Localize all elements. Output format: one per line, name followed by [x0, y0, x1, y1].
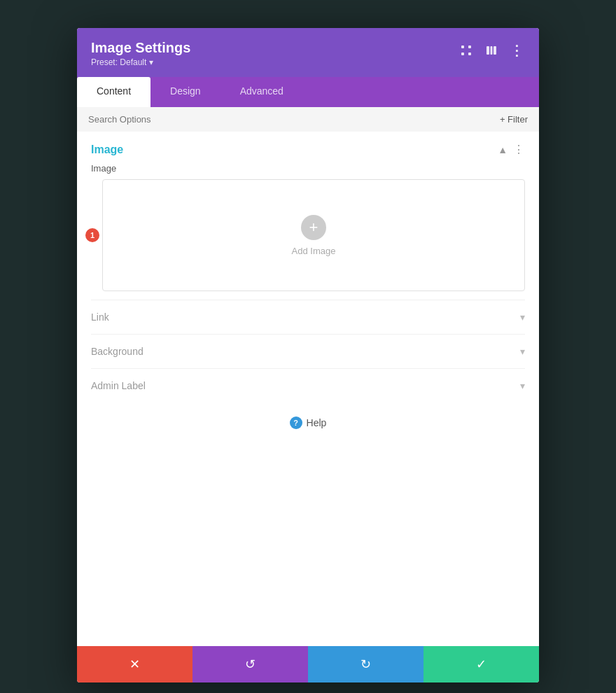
redo-button[interactable]: ↻: [308, 646, 424, 682]
cancel-button[interactable]: ✕: [77, 646, 192, 682]
filter-button[interactable]: + Filter: [500, 114, 528, 125]
modal-header: Image Settings Preset: Default ▾: [77, 28, 539, 77]
section-header-actions: ▲ ⋮: [498, 143, 525, 156]
modal-overlay: Image Settings Preset: Default ▾: [77, 28, 539, 682]
link-section[interactable]: Link ▾: [91, 300, 525, 334]
modal-header-left: Image Settings Preset: Default ▾: [91, 39, 190, 67]
link-collapse-arrow: ▾: [520, 312, 525, 323]
help-text: Help: [307, 417, 327, 428]
image-section-title: Image: [91, 144, 123, 156]
tab-design[interactable]: Design: [150, 77, 220, 107]
svg-rect-2: [461, 52, 464, 55]
columns-icon-button[interactable]: [483, 42, 500, 59]
link-section-label: Link: [91, 312, 109, 323]
image-upload-area[interactable]: + Add Image: [102, 179, 525, 291]
image-section-header: Image ▲ ⋮: [91, 132, 525, 163]
svg-rect-0: [461, 46, 464, 48]
redo-icon: ↻: [360, 657, 371, 672]
image-settings-modal: Image Settings Preset: Default ▾: [77, 28, 539, 682]
field-number-badge: 1: [85, 228, 99, 242]
section-collapse-button[interactable]: ▲: [498, 144, 507, 155]
modal-preset[interactable]: Preset: Default ▾: [91, 57, 190, 67]
modal-header-actions: ⋮: [458, 42, 525, 59]
preset-dropdown-arrow: ▾: [149, 57, 153, 67]
svg-rect-5: [491, 46, 493, 55]
preset-label: Preset: Default: [91, 57, 146, 67]
search-bar: + Filter: [77, 107, 539, 132]
help-area[interactable]: ? Help: [91, 402, 525, 436]
undo-icon: ↺: [245, 657, 255, 672]
help-icon: ?: [290, 416, 302, 429]
admin-label-section[interactable]: Admin Label ▾: [91, 368, 525, 402]
image-field-row: 1 + Add Image: [91, 179, 525, 291]
modal-title: Image Settings: [91, 39, 190, 56]
section-more-button[interactable]: ⋮: [513, 143, 525, 156]
image-field-label: Image: [91, 163, 525, 174]
add-image-icon: +: [301, 215, 326, 240]
tab-advanced[interactable]: Advanced: [220, 77, 303, 107]
modal-tabs: Content Design Advanced: [77, 77, 539, 107]
tab-content[interactable]: Content: [77, 77, 150, 107]
search-input[interactable]: [88, 114, 500, 125]
svg-rect-1: [468, 46, 471, 48]
modal-footer: ✕ ↺ ↻ ✓: [77, 646, 539, 682]
svg-rect-3: [468, 52, 471, 55]
admin-label-collapse-arrow: ▾: [520, 380, 525, 391]
svg-rect-4: [486, 46, 489, 55]
save-icon: ✓: [476, 657, 486, 672]
background-section-label: Background: [91, 346, 144, 357]
modal-content: Image ▲ ⋮ Image 1 + Add Image Lin: [77, 132, 539, 450]
add-image-text: Add Image: [292, 246, 336, 256]
undo-button[interactable]: ↺: [192, 646, 308, 682]
save-button[interactable]: ✓: [424, 646, 539, 682]
filter-label: + Filter: [500, 114, 528, 125]
background-collapse-arrow: ▾: [520, 346, 525, 357]
cancel-icon: ✕: [130, 657, 140, 672]
svg-rect-6: [493, 46, 496, 55]
background-section[interactable]: Background ▾: [91, 334, 525, 368]
target-icon-button[interactable]: [458, 42, 475, 59]
more-options-button[interactable]: ⋮: [508, 42, 525, 59]
admin-label-section-label: Admin Label: [91, 380, 146, 391]
